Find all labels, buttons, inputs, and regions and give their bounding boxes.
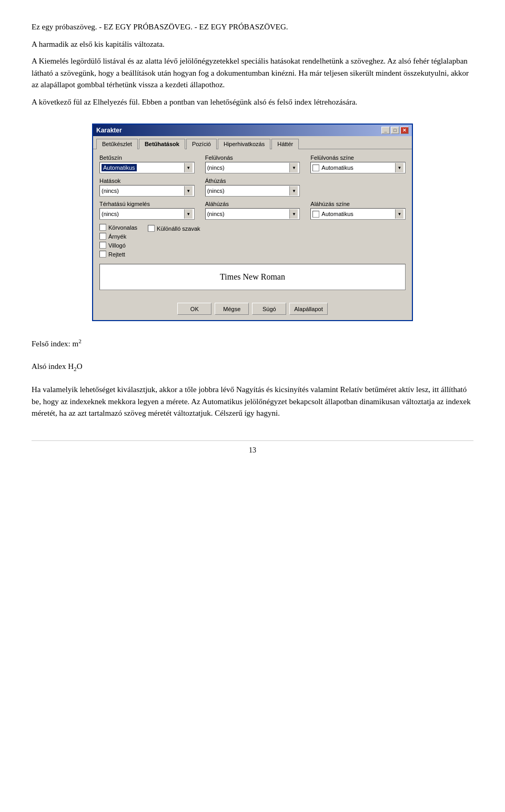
col-alahuzas-szine: Aláhúzás színe Automatikus ▼ <box>310 201 406 220</box>
felulvonatas-szine-checkbox[interactable] <box>312 165 319 171</box>
paragraph-2: A harmadik az első kis kapitális változa… <box>32 38 473 50</box>
terhatasú-value: (nincs) <box>102 211 184 217</box>
alahuzas-szine-label: Aláhúzás színe <box>310 201 406 207</box>
dialog-body: Betűszín Automatikus ▼ Felülvonás (nincs… <box>93 149 412 300</box>
titlebar-buttons: _ □ ✕ <box>381 127 409 134</box>
athuzas-value: (nincs) <box>207 188 290 194</box>
alahuzas-szine-select[interactable]: Automatikus ▼ <box>310 208 406 220</box>
felulvonatas-szine-label: Felülvonás színe <box>310 155 406 161</box>
paragraph-4: A következő fül az Elhelyezés fül. Ebben… <box>32 96 473 108</box>
betuszin-label: Betűszín <box>99 155 195 161</box>
terhatasú-label: Térhatású kigmelés <box>99 201 195 207</box>
betuszin-arrow: ▼ <box>184 163 193 172</box>
col-alahuzas: Aláhúzás (nincs) ▼ <box>205 201 300 220</box>
paragraph-7: Ha valamelyik lehetőséget kiválasztjuk, … <box>32 384 473 419</box>
also-index-para: Alsó index H2O <box>32 361 473 374</box>
athuzas-arrow: ▼ <box>289 186 298 196</box>
superscript-2: 2 <box>78 338 82 344</box>
alahuzas-label: Aláhúzás <box>205 201 300 207</box>
col-placeholder-2 <box>310 178 406 197</box>
kulonallo-label: Különálló szavak <box>157 225 200 232</box>
maximize-button[interactable]: □ <box>391 127 399 134</box>
alahuzas-value: (nincs) <box>207 211 290 217</box>
korvonalas-label: Körvonalas <box>108 224 137 231</box>
felso-index-section: Felső index: m2 <box>32 337 473 350</box>
felulvonatas-szine-select[interactable]: Automatikus ▼ <box>310 162 406 173</box>
alapallapot-button[interactable]: Alapállapot <box>289 303 327 315</box>
betuszin-value: Automatikus <box>102 164 137 171</box>
page-number: 13 <box>32 440 473 455</box>
felulvonatas-label: Felülvonás <box>205 155 300 161</box>
row-3: Térhatású kigmelés (nincs) ▼ Aláhúzás (n… <box>99 201 406 220</box>
checkbox-kulonallo-row: Különálló szavak <box>148 225 200 232</box>
col-felulvonatas: Felülvonás (nincs) ▼ <box>205 155 300 173</box>
paragraph-3: A Kiemelés legördülő listával és az alat… <box>32 55 473 91</box>
felulvonatas-select[interactable]: (nincs) ▼ <box>205 162 300 173</box>
rejtett-checkbox[interactable] <box>99 251 106 258</box>
karakter-dialog: Karakter _ □ ✕ Betűkészlet Betűhatások P… <box>92 124 413 321</box>
checkbox-korvonalas-row: Körvonalas <box>99 224 137 231</box>
terhatasú-select[interactable]: (nincs) ▼ <box>99 208 195 220</box>
dialog-footer: OK Mégse Súgó Alapállapot <box>93 300 412 320</box>
hatasok-value: (nincs) <box>102 188 184 194</box>
athuzas-select[interactable]: (nincs) ▼ <box>205 185 300 197</box>
col-hatasok: Hatások (nincs) ▼ <box>99 178 195 197</box>
alahuzas-select[interactable]: (nincs) ▼ <box>205 208 300 220</box>
col-betuszin: Betűszín Automatikus ▼ <box>99 155 195 173</box>
arnyék-label: Árnyék <box>108 233 126 240</box>
minimize-button[interactable]: _ <box>381 127 390 134</box>
paragraph-1: Ez egy próbaszöveg. - EZ EGY PRÓBASZÖVEG… <box>32 21 473 33</box>
alahuzas-szine-value: Automatikus <box>321 211 395 217</box>
row-2: Hatások (nincs) ▼ Áthúzás (nincs) ▼ <box>99 178 406 197</box>
col-athuzas: Áthúzás (nincs) ▼ <box>205 178 300 197</box>
villogo-label: Villogó <box>108 242 126 249</box>
close-button[interactable]: ✕ <box>400 127 409 134</box>
hatasok-arrow: ▼ <box>184 186 193 196</box>
tab-betukeszlet[interactable]: Betűkészlet <box>96 139 138 149</box>
betuszin-select[interactable]: Automatikus ▼ <box>99 162 195 173</box>
terhatasú-arrow: ▼ <box>184 209 193 219</box>
kulonallo-checkbox[interactable] <box>148 225 155 232</box>
hatasok-label: Hatások <box>99 178 195 184</box>
alahuzas-szine-checkbox[interactable] <box>312 211 319 218</box>
tab-hatter[interactable]: Háttér <box>271 139 299 149</box>
alahuzas-arrow: ▼ <box>289 209 298 219</box>
col-felulvonatas-szine: Felülvonás színe Automatikus ▼ <box>310 155 406 173</box>
megse-button[interactable]: Mégse <box>215 303 249 315</box>
col-terhatasú: Térhatású kigmelés (nincs) ▼ <box>99 201 195 220</box>
dialog-title: Karakter <box>96 127 122 134</box>
tab-pozicio[interactable]: Pozíció <box>186 139 217 149</box>
checkbox-villogo-row: Villogó <box>99 242 137 249</box>
dialog-titlebar: Karakter _ □ ✕ <box>93 125 412 136</box>
checkboxes-right: Különálló szavak <box>148 224 200 260</box>
checkboxes-left: Körvonalas Árnyék Villogó Rejtett <box>99 224 137 260</box>
preview-text: Times New Roman <box>220 272 285 282</box>
checkboxes-row: Körvonalas Árnyék Villogó Rejtett <box>99 224 406 260</box>
rejtett-label: Rejtett <box>108 251 125 258</box>
ok-button[interactable]: OK <box>177 303 211 315</box>
tab-hiperhivatkozas[interactable]: Hiperhivatkozás <box>218 139 270 149</box>
sugo-button[interactable]: Súgó <box>252 303 286 315</box>
arnyék-checkbox[interactable] <box>99 233 106 240</box>
felulvonatas-szine-value: Automatikus <box>321 165 395 171</box>
felulvonatas-value: (nincs) <box>207 165 290 171</box>
checkbox-rejtett-row: Rejtett <box>99 251 137 258</box>
row-1: Betűszín Automatikus ▼ Felülvonás (nincs… <box>99 155 406 173</box>
alahuzas-szine-arrow: ▼ <box>395 209 403 219</box>
villogo-checkbox[interactable] <box>99 242 106 249</box>
dialog-tabs: Betűkészlet Betűhatások Pozíció Hiperhiv… <box>93 136 412 149</box>
felulvonatas-arrow: ▼ <box>289 163 298 172</box>
athuzas-label: Áthúzás <box>205 178 300 184</box>
korvonalas-checkbox[interactable] <box>99 224 106 231</box>
hatasok-select[interactable]: (nincs) ▼ <box>99 185 195 197</box>
dialog-wrapper: Karakter _ □ ✕ Betűkészlet Betűhatások P… <box>32 124 473 321</box>
felulvonatas-szine-arrow: ▼ <box>395 163 403 172</box>
preview-area: Times New Roman <box>99 264 406 290</box>
tab-betuhatások[interactable]: Betűhatások <box>139 139 185 149</box>
checkbox-arnyék-row: Árnyék <box>99 233 137 240</box>
also-index-section: Alsó index H2O <box>32 361 473 374</box>
felso-index-para: Felső index: m2 <box>32 337 473 350</box>
